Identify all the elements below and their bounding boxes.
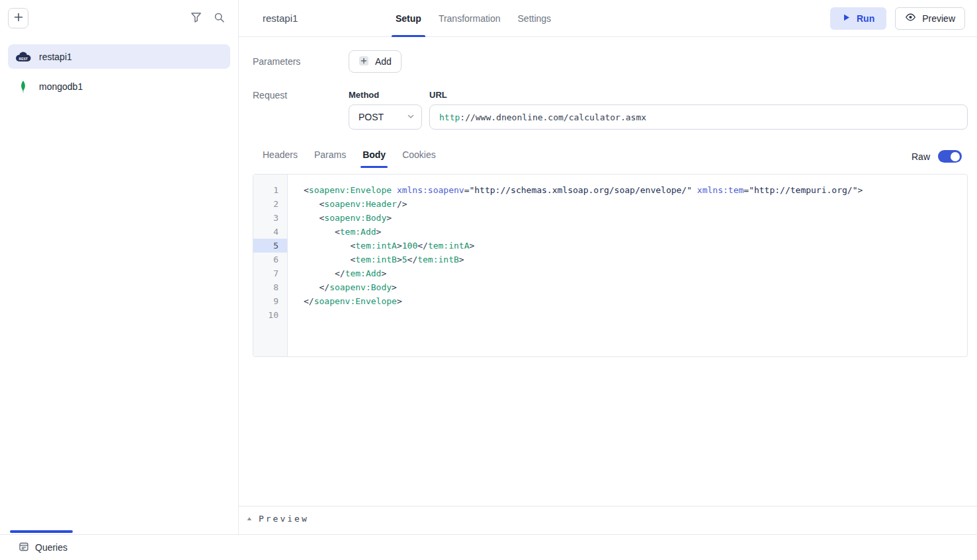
code-line[interactable]: <tem:intA>100</tem:intA> bbox=[304, 239, 967, 253]
code-line[interactable]: <soapenv:Envelope xmlns:soapenv="http://… bbox=[304, 183, 967, 197]
code-line[interactable]: <soapenv:Header/> bbox=[304, 197, 967, 211]
raw-toggle-group: Raw bbox=[912, 150, 962, 163]
sidebar: REST restapi1 mongodb1 bbox=[0, 0, 238, 560]
code-editor-lines[interactable]: <soapenv:Envelope xmlns:soapenv="http://… bbox=[288, 175, 967, 356]
main-tabs: Setup Transformation Settings bbox=[396, 0, 551, 36]
svg-text:REST: REST bbox=[19, 57, 28, 61]
code-token: "http://tempuri.org/" bbox=[749, 185, 857, 195]
code-token: < bbox=[304, 241, 355, 251]
code-line[interactable]: <tem:intB>5</tem:intB> bbox=[304, 253, 967, 266]
line-number: 9 bbox=[253, 294, 287, 308]
line-number: 4 bbox=[253, 225, 287, 239]
code-line[interactable]: </soapenv:Body> bbox=[304, 280, 967, 294]
plus-icon bbox=[14, 13, 23, 24]
add-parameter-label: Add bbox=[375, 56, 392, 67]
code-token: > bbox=[397, 255, 402, 264]
response-preview-bar[interactable]: ▲ Preview bbox=[239, 506, 977, 524]
code-line[interactable]: </tem:Add> bbox=[304, 266, 967, 280]
preview-button[interactable]: Preview bbox=[895, 7, 965, 30]
filter-icon bbox=[191, 12, 202, 24]
tab-label: Settings bbox=[518, 13, 552, 24]
code-token: ://www.dneonline.com/calculator.asmx bbox=[460, 112, 646, 122]
chevron-down-icon bbox=[405, 111, 416, 124]
url-input[interactable]: http://www.dneonline.com/calculator.asmx bbox=[429, 104, 968, 130]
code-token: soapenv:Envelope bbox=[314, 296, 397, 306]
raw-label: Raw bbox=[912, 151, 930, 162]
line-number: 7 bbox=[253, 266, 287, 280]
tab-transformation[interactable]: Transformation bbox=[439, 0, 501, 36]
code-token: > bbox=[858, 185, 863, 195]
mongodb-icon bbox=[15, 80, 32, 93]
code-token: xmlns:soapenv bbox=[397, 185, 464, 195]
tab-settings[interactable]: Settings bbox=[518, 0, 552, 36]
main-panel: restapi1 Setup Transformation Settings R… bbox=[238, 0, 977, 560]
query-list: REST restapi1 mongodb1 bbox=[0, 36, 238, 99]
tab-params[interactable]: Params bbox=[314, 149, 346, 168]
line-number: 6 bbox=[253, 253, 287, 266]
tab-label: Transformation bbox=[439, 13, 501, 24]
code-line[interactable]: </soapenv:Envelope> bbox=[304, 294, 967, 308]
code-token: xmlns:tem bbox=[697, 185, 743, 195]
add-box-icon bbox=[359, 56, 369, 68]
method-select[interactable]: POST bbox=[349, 104, 422, 130]
code-token: </ bbox=[304, 268, 345, 278]
code-token: tem:intA bbox=[355, 241, 397, 251]
code-token: soapenv:Body bbox=[324, 213, 386, 223]
code-token bbox=[692, 185, 697, 195]
tab-cookies[interactable]: Cookies bbox=[402, 149, 436, 168]
code-token: > bbox=[381, 268, 386, 278]
queries-label: Queries bbox=[35, 542, 67, 553]
sidebar-item-restapi1[interactable]: REST restapi1 bbox=[8, 44, 230, 69]
tab-body[interactable]: Body bbox=[362, 149, 386, 168]
code-token: < bbox=[304, 255, 355, 264]
sidebar-item-mongodb1[interactable]: mongodb1 bbox=[8, 74, 230, 99]
request-row: Request Method POST URL http://www.dneon… bbox=[253, 90, 968, 130]
method-value: POST bbox=[359, 112, 384, 122]
code-token: tem:intA bbox=[428, 241, 470, 251]
code-token: > bbox=[386, 213, 392, 223]
code-token: < bbox=[304, 213, 324, 223]
filter-button[interactable] bbox=[191, 12, 202, 24]
code-line[interactable] bbox=[304, 308, 967, 322]
active-tab-indicator bbox=[10, 530, 73, 533]
line-number: 1 bbox=[253, 183, 287, 197]
code-token: > bbox=[397, 296, 402, 306]
code-token: tem:Add bbox=[340, 227, 376, 237]
code-line[interactable]: <soapenv:Body> bbox=[304, 211, 967, 225]
search-button[interactable] bbox=[214, 12, 225, 25]
search-icon bbox=[214, 12, 225, 25]
line-number: 10 bbox=[253, 308, 287, 322]
code-token: > bbox=[470, 241, 475, 251]
request-subtabs: Headers Params Body Cookies bbox=[263, 149, 436, 168]
header-actions: Run Preview bbox=[830, 7, 965, 30]
add-query-button[interactable] bbox=[8, 8, 28, 28]
add-parameter-button[interactable]: Add bbox=[349, 50, 402, 73]
code-token: </ bbox=[417, 241, 428, 251]
code-token: > bbox=[392, 282, 397, 292]
setup-content: Parameters Add Request Method POST bbox=[239, 37, 977, 357]
code-token: > bbox=[376, 227, 382, 237]
tab-setup[interactable]: Setup bbox=[396, 0, 421, 36]
run-button-label: Run bbox=[857, 13, 874, 24]
code-line[interactable]: <tem:Add> bbox=[304, 225, 967, 239]
bottom-bar: Queries bbox=[0, 534, 977, 560]
run-button[interactable]: Run bbox=[830, 7, 886, 30]
parameters-row: Parameters Add bbox=[253, 50, 968, 73]
request-subtabs-row: Headers Params Body Cookies Raw bbox=[253, 149, 968, 168]
tab-headers[interactable]: Headers bbox=[263, 149, 298, 168]
raw-toggle[interactable] bbox=[938, 150, 962, 163]
sidebar-item-label: restapi1 bbox=[39, 52, 72, 62]
code-token: soapenv:Body bbox=[329, 282, 392, 292]
code-token: tem:intB bbox=[355, 255, 397, 264]
sidebar-toolbar bbox=[0, 0, 238, 36]
code-editor[interactable]: 12345678910 <soapenv:Envelope xmlns:soap… bbox=[253, 174, 968, 357]
method-field: Method POST bbox=[349, 90, 422, 130]
code-token: 100 bbox=[402, 241, 417, 251]
code-token: /> bbox=[397, 199, 407, 209]
page-title: restapi1 bbox=[263, 13, 298, 24]
play-icon bbox=[842, 13, 851, 24]
code-token: soapenv:Envelope bbox=[309, 185, 392, 195]
toggle-knob bbox=[951, 152, 960, 161]
tab-queries[interactable]: Queries bbox=[19, 541, 67, 554]
code-token bbox=[392, 185, 397, 195]
